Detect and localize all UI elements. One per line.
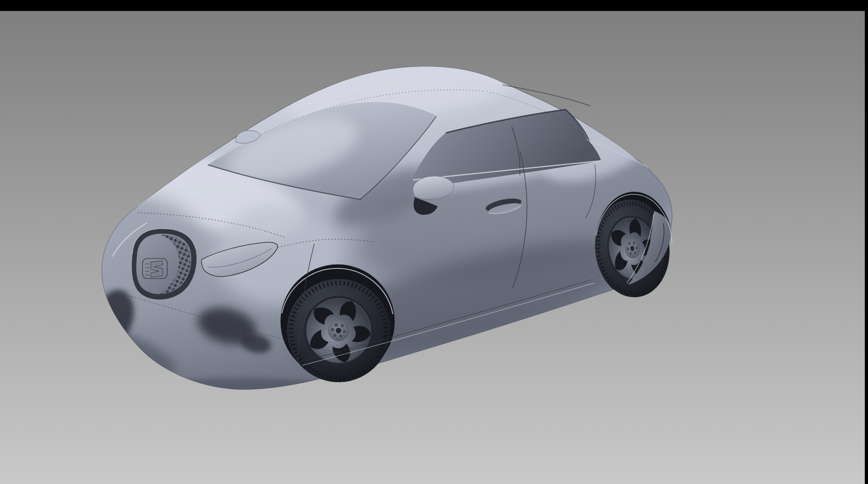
car-render-svg [0, 11, 865, 484]
screen [0, 0, 868, 484]
badge-s-glyph [151, 261, 163, 277]
right-black-bar [865, 0, 868, 484]
car-model[interactable] [92, 47, 694, 395]
shading-blob [146, 378, 329, 395]
3d-viewport[interactable] [0, 11, 865, 484]
top-black-bar [0, 0, 868, 11]
